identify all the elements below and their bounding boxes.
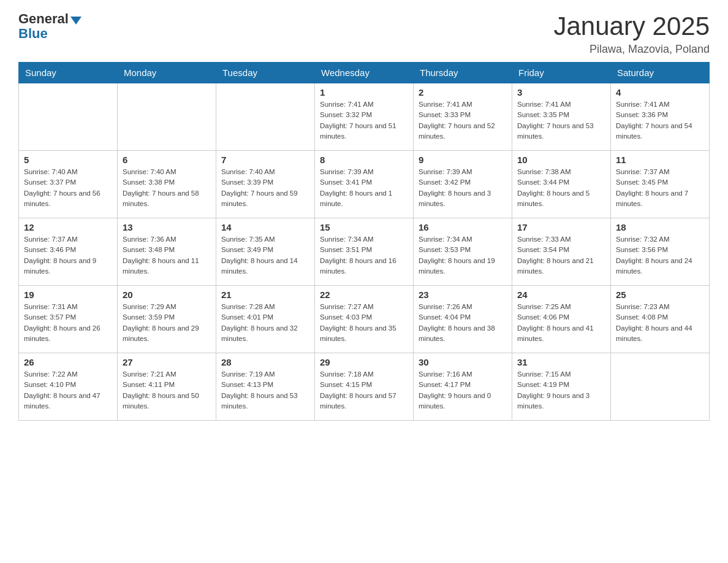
weekday-header: Thursday: [414, 63, 512, 83]
day-info: Sunrise: 7:40 AMSunset: 3:38 PMDaylight:…: [123, 167, 211, 209]
day-number: 28: [221, 357, 309, 367]
day-number: 30: [419, 357, 507, 367]
calendar-day-cell: 14Sunrise: 7:35 AMSunset: 3:49 PMDayligh…: [216, 218, 315, 286]
day-number: 22: [320, 289, 408, 300]
day-number: 1: [320, 87, 408, 98]
day-number: 26: [24, 357, 112, 367]
calendar-day-cell: 12Sunrise: 7:37 AMSunset: 3:46 PMDayligh…: [19, 218, 118, 286]
day-info: Sunrise: 7:39 AMSunset: 3:42 PMDaylight:…: [419, 167, 507, 209]
day-info: Sunrise: 7:33 AMSunset: 3:54 PMDaylight:…: [517, 234, 605, 277]
calendar-week-row: 5Sunrise: 7:40 AMSunset: 3:37 PMDaylight…: [19, 151, 710, 218]
weekday-header: Saturday: [611, 63, 710, 83]
day-number: 25: [616, 289, 704, 300]
day-number: 27: [123, 357, 211, 367]
logo-arrow-icon: [70, 17, 82, 25]
logo-blue-text: Blue: [18, 26, 48, 42]
calendar-day-cell: 5Sunrise: 7:40 AMSunset: 3:37 PMDaylight…: [19, 151, 118, 218]
calendar-day-cell: 24Sunrise: 7:25 AMSunset: 4:06 PMDayligh…: [512, 286, 611, 353]
day-info: Sunrise: 7:34 AMSunset: 3:53 PMDaylight:…: [419, 234, 507, 277]
calendar-header-row: SundayMondayTuesdayWednesdayThursdayFrid…: [19, 63, 710, 83]
weekday-header: Wednesday: [315, 63, 414, 83]
day-number: 11: [616, 155, 704, 165]
day-info: Sunrise: 7:40 AMSunset: 3:37 PMDaylight:…: [24, 167, 112, 209]
calendar-day-cell: 6Sunrise: 7:40 AMSunset: 3:38 PMDaylight…: [118, 151, 216, 218]
day-number: 12: [24, 222, 112, 232]
calendar-week-row: 26Sunrise: 7:22 AMSunset: 4:10 PMDayligh…: [19, 353, 710, 421]
day-info: Sunrise: 7:41 AMSunset: 3:32 PMDaylight:…: [320, 99, 408, 142]
calendar-day-cell: 22Sunrise: 7:27 AMSunset: 4:03 PMDayligh…: [315, 286, 414, 353]
calendar-day-cell: 23Sunrise: 7:26 AMSunset: 4:04 PMDayligh…: [414, 286, 512, 353]
calendar-day-cell: 16Sunrise: 7:34 AMSunset: 3:53 PMDayligh…: [414, 218, 512, 286]
day-info: Sunrise: 7:18 AMSunset: 4:15 PMDaylight:…: [320, 369, 408, 412]
page-header: General Blue January 2025 Pilawa, Mazovi…: [18, 12, 710, 56]
calendar-week-row: 1Sunrise: 7:41 AMSunset: 3:32 PMDaylight…: [19, 83, 710, 151]
title-block: January 2025 Pilawa, Mazovia, Poland: [553, 12, 710, 56]
logo-general-text: General: [18, 12, 69, 26]
calendar-day-cell: 20Sunrise: 7:29 AMSunset: 3:59 PMDayligh…: [118, 286, 216, 353]
calendar-day-cell: 21Sunrise: 7:28 AMSunset: 4:01 PMDayligh…: [216, 286, 315, 353]
calendar-day-cell: 11Sunrise: 7:37 AMSunset: 3:45 PMDayligh…: [611, 151, 710, 218]
day-info: Sunrise: 7:41 AMSunset: 3:35 PMDaylight:…: [517, 99, 605, 142]
calendar-day-cell: 3Sunrise: 7:41 AMSunset: 3:35 PMDaylight…: [512, 83, 611, 151]
day-number: 5: [24, 155, 112, 165]
day-number: 29: [320, 357, 408, 367]
calendar-day-cell: 31Sunrise: 7:15 AMSunset: 4:19 PMDayligh…: [512, 353, 611, 421]
month-title: January 2025: [553, 12, 710, 40]
day-number: 15: [320, 222, 408, 232]
calendar-day-cell: 28Sunrise: 7:19 AMSunset: 4:13 PMDayligh…: [216, 353, 315, 421]
day-number: 20: [123, 289, 211, 300]
calendar-day-cell: [611, 353, 710, 421]
day-number: 2: [419, 87, 507, 98]
day-info: Sunrise: 7:39 AMSunset: 3:41 PMDaylight:…: [320, 167, 408, 209]
calendar-day-cell: [19, 83, 118, 151]
calendar-day-cell: 4Sunrise: 7:41 AMSunset: 3:36 PMDaylight…: [611, 83, 710, 151]
day-info: Sunrise: 7:26 AMSunset: 4:04 PMDaylight:…: [419, 302, 507, 344]
day-number: 21: [221, 289, 309, 300]
day-info: Sunrise: 7:28 AMSunset: 4:01 PMDaylight:…: [221, 302, 309, 344]
day-info: Sunrise: 7:19 AMSunset: 4:13 PMDaylight:…: [221, 369, 309, 412]
calendar-week-row: 12Sunrise: 7:37 AMSunset: 3:46 PMDayligh…: [19, 218, 710, 286]
day-number: 3: [517, 87, 605, 98]
day-number: 19: [24, 289, 112, 300]
calendar-day-cell: 13Sunrise: 7:36 AMSunset: 3:48 PMDayligh…: [118, 218, 216, 286]
calendar-table: SundayMondayTuesdayWednesdayThursdayFrid…: [18, 62, 710, 421]
day-info: Sunrise: 7:38 AMSunset: 3:44 PMDaylight:…: [517, 167, 605, 209]
day-number: 8: [320, 155, 408, 165]
day-info: Sunrise: 7:15 AMSunset: 4:19 PMDaylight:…: [517, 369, 605, 412]
day-number: 4: [616, 87, 704, 98]
day-info: Sunrise: 7:27 AMSunset: 4:03 PMDaylight:…: [320, 302, 408, 344]
calendar-day-cell: 7Sunrise: 7:40 AMSunset: 3:39 PMDaylight…: [216, 151, 315, 218]
calendar-day-cell: 15Sunrise: 7:34 AMSunset: 3:51 PMDayligh…: [315, 218, 414, 286]
day-info: Sunrise: 7:32 AMSunset: 3:56 PMDaylight:…: [616, 234, 704, 277]
day-number: 18: [616, 222, 704, 232]
calendar-day-cell: [216, 83, 315, 151]
calendar-day-cell: 25Sunrise: 7:23 AMSunset: 4:08 PMDayligh…: [611, 286, 710, 353]
day-info: Sunrise: 7:34 AMSunset: 3:51 PMDaylight:…: [320, 234, 408, 277]
day-number: 14: [221, 222, 309, 232]
day-number: 23: [419, 289, 507, 300]
calendar-day-cell: 17Sunrise: 7:33 AMSunset: 3:54 PMDayligh…: [512, 218, 611, 286]
logo: General Blue: [18, 12, 82, 42]
day-info: Sunrise: 7:16 AMSunset: 4:17 PMDaylight:…: [419, 369, 507, 412]
weekday-header: Tuesday: [216, 63, 315, 83]
day-info: Sunrise: 7:41 AMSunset: 3:33 PMDaylight:…: [419, 99, 507, 142]
day-number: 10: [517, 155, 605, 165]
day-info: Sunrise: 7:36 AMSunset: 3:48 PMDaylight:…: [123, 234, 211, 277]
calendar-day-cell: 10Sunrise: 7:38 AMSunset: 3:44 PMDayligh…: [512, 151, 611, 218]
calendar-day-cell: 27Sunrise: 7:21 AMSunset: 4:11 PMDayligh…: [118, 353, 216, 421]
calendar-day-cell: 30Sunrise: 7:16 AMSunset: 4:17 PMDayligh…: [414, 353, 512, 421]
weekday-header: Friday: [512, 63, 611, 83]
calendar-day-cell: 1Sunrise: 7:41 AMSunset: 3:32 PMDaylight…: [315, 83, 414, 151]
day-info: Sunrise: 7:35 AMSunset: 3:49 PMDaylight:…: [221, 234, 309, 277]
day-number: 7: [221, 155, 309, 165]
day-info: Sunrise: 7:23 AMSunset: 4:08 PMDaylight:…: [616, 302, 704, 344]
day-number: 13: [123, 222, 211, 232]
weekday-header: Monday: [118, 63, 216, 83]
day-number: 16: [419, 222, 507, 232]
day-number: 9: [419, 155, 507, 165]
calendar-day-cell: 26Sunrise: 7:22 AMSunset: 4:10 PMDayligh…: [19, 353, 118, 421]
day-info: Sunrise: 7:40 AMSunset: 3:39 PMDaylight:…: [221, 167, 309, 209]
calendar-week-row: 19Sunrise: 7:31 AMSunset: 3:57 PMDayligh…: [19, 286, 710, 353]
day-info: Sunrise: 7:37 AMSunset: 3:45 PMDaylight:…: [616, 167, 704, 209]
day-number: 31: [517, 357, 605, 367]
